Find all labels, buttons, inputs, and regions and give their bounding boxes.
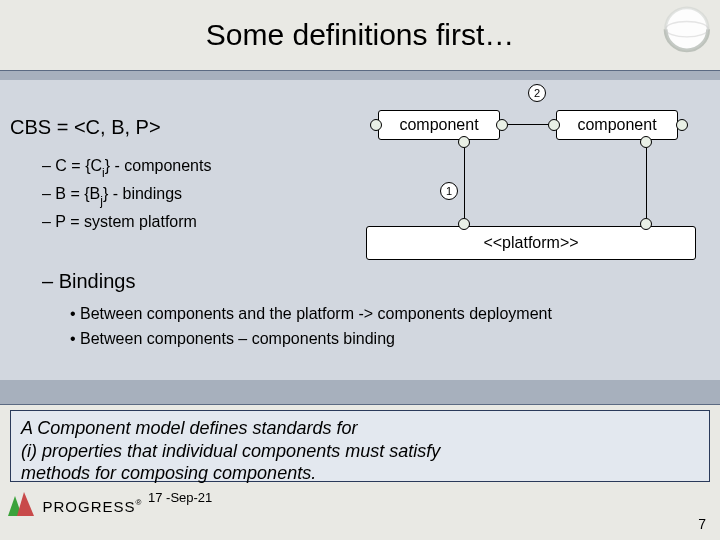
footer-date: 17 -Sep-21 [148, 490, 212, 505]
bullet-p: – P = system platform [42, 210, 211, 234]
platform-box: <<platform>> [366, 226, 696, 260]
corner-globe-icon [654, 4, 712, 62]
summary-line3: methods for composing components. [21, 462, 699, 485]
summary-line2: (i) properties that individual component… [21, 440, 699, 463]
bullet-b-sub: j [100, 194, 103, 208]
slide-number: 7 [698, 516, 706, 532]
port-icon [496, 119, 508, 131]
port-icon [640, 136, 652, 148]
definition-bullets: – C = {Ci} - components – B = {Bj} - bin… [42, 154, 211, 236]
diagram-label-1: 1 [440, 182, 458, 200]
component-box-a: component [378, 110, 500, 140]
bindings-line1: • Between components and the platform ->… [70, 302, 552, 325]
diagram-label-2: 2 [528, 84, 546, 102]
connector-line [646, 148, 647, 218]
port-icon [640, 218, 652, 230]
port-icon [548, 119, 560, 131]
bullet-b-pre: – B = {B [42, 185, 100, 202]
bindings-heading: – Bindings [42, 270, 135, 293]
port-icon [676, 119, 688, 131]
component-diagram: component component <<platform>> 2 1 [350, 86, 710, 266]
progress-wordmark: PROGRESS® [42, 498, 142, 515]
bullet-c: – C = {Ci} - components [42, 154, 211, 180]
bullet-c-post: } - components [105, 157, 212, 174]
definition-line: CBS = <C, B, P> [10, 116, 161, 139]
bullet-c-pre: – C = {C [42, 157, 102, 174]
bullet-c-sub: i [102, 166, 105, 180]
bindings-sublist: • Between components and the platform ->… [70, 302, 552, 352]
brand-text: PROGRESS [42, 498, 135, 515]
slide-title: Some definitions first… [0, 18, 720, 52]
port-icon [458, 218, 470, 230]
summary-box: A Component model defines standards for … [10, 410, 710, 482]
connector-line [508, 124, 548, 125]
connector-line [464, 148, 465, 218]
bullet-b: – B = {Bj} - bindings [42, 182, 211, 208]
port-icon [458, 136, 470, 148]
brand-registered: ® [135, 498, 142, 507]
summary-line1: A Component model defines standards for [21, 417, 699, 440]
component-box-b: component [556, 110, 678, 140]
bullet-b-post: } - bindings [103, 185, 182, 202]
port-icon [370, 119, 382, 131]
progress-mark-icon [8, 492, 34, 520]
progress-logo: PROGRESS® [8, 492, 142, 520]
bindings-line2: • Between components – components bindin… [70, 327, 552, 350]
